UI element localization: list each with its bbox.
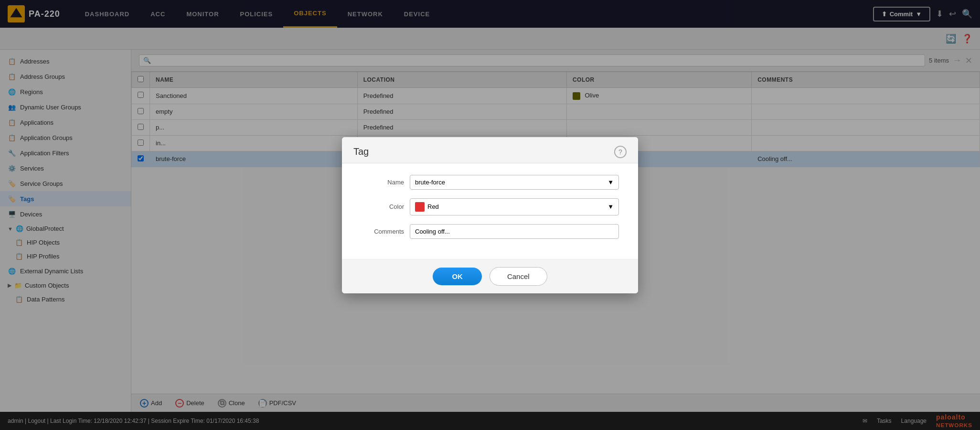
- color-label: Color: [361, 203, 404, 210]
- ok-button[interactable]: OK: [433, 268, 482, 285]
- color-value: Red: [427, 203, 439, 210]
- color-swatch: [415, 202, 425, 212]
- comments-input[interactable]: [410, 224, 619, 239]
- color-dropdown-icon: ▼: [607, 203, 614, 210]
- dialog-header: Tag ?: [342, 137, 638, 163]
- dialog-title: Tag: [353, 146, 369, 157]
- form-row-name: Name ▼: [361, 175, 619, 190]
- name-input-wrap[interactable]: ▼: [410, 175, 619, 190]
- cancel-button[interactable]: Cancel: [490, 267, 547, 286]
- dialog-help-icon[interactable]: ?: [614, 146, 627, 158]
- name-dropdown-icon: ▼: [607, 179, 614, 186]
- form-row-color: Color Red ▼: [361, 198, 619, 215]
- name-label: Name: [361, 179, 404, 186]
- dialog-footer: OK Cancel: [342, 259, 638, 293]
- comments-label: Comments: [361, 228, 404, 235]
- name-input[interactable]: [415, 179, 605, 186]
- dialog-body: Name ▼ Color Red ▼ Comments: [342, 163, 638, 259]
- tag-dialog: Tag ? Name ▼ Color Red ▼ C: [342, 137, 638, 293]
- modal-overlay: Tag ? Name ▼ Color Red ▼ C: [0, 0, 980, 430]
- form-row-comments: Comments: [361, 224, 619, 239]
- color-input-wrap[interactable]: Red ▼: [410, 198, 619, 215]
